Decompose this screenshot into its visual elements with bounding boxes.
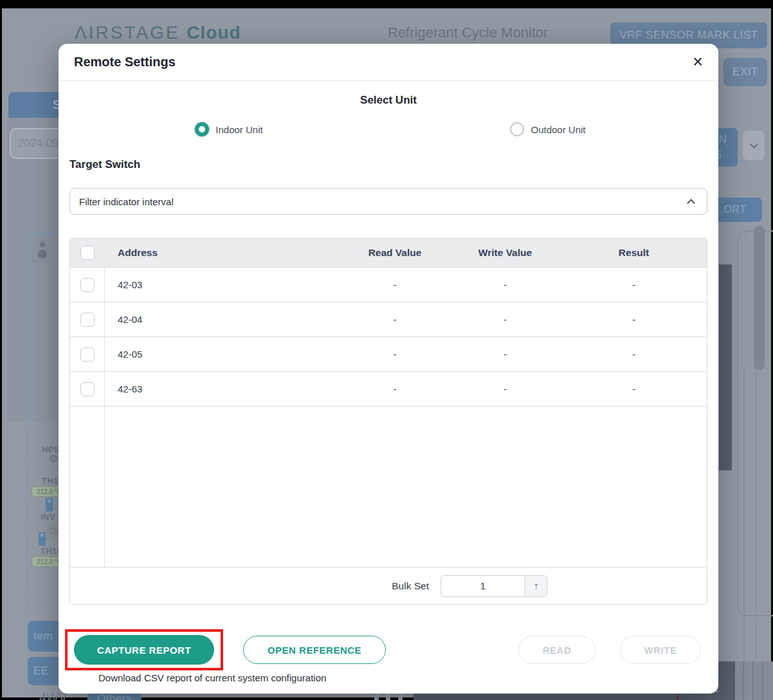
write-value-cell: - xyxy=(450,314,561,325)
dropdown-label: Filter indicator interval xyxy=(79,196,174,207)
sensor-label-inv: INV xyxy=(41,512,55,522)
dialog-actions: CAPTURE REPORT OPEN REFERENCE READ WRITE xyxy=(69,629,707,670)
read-value-cell: - xyxy=(340,383,450,394)
row-checkbox[interactable] xyxy=(80,278,95,292)
unit-icon xyxy=(32,239,52,263)
page-title: Refrigerant Cycle Monitor xyxy=(388,24,548,41)
table-footer: Bulk Set ↑ xyxy=(70,567,707,604)
table-empty-area xyxy=(70,406,707,567)
airstage-cloud-logo: ΛIRSTAGE Cloud xyxy=(75,23,241,43)
write-button[interactable]: WRITE xyxy=(620,636,701,664)
address-cell: 42-05 xyxy=(105,349,340,360)
outdoor-unit-radio[interactable]: Outdoor Unit xyxy=(510,122,585,136)
bulk-set-stepper: ↑ xyxy=(441,575,547,597)
result-cell: - xyxy=(561,383,707,394)
annotation-highlight-box: CAPTURE REPORT xyxy=(65,629,223,670)
outdoor-unit-label: Outdoor Unit xyxy=(531,124,585,135)
capture-report-caption: Download CSV report of current system co… xyxy=(98,672,707,683)
unit-radio-group: Indoor Unit Outdoor Unit xyxy=(69,122,707,136)
table-header-row: Address Read Value Write Value Result xyxy=(70,239,707,267)
result-cell: - xyxy=(561,279,707,290)
target-switch-table: Address Read Value Write Value Result 42… xyxy=(69,238,707,605)
write-value-cell: - xyxy=(450,279,561,290)
sensor-label-th1: TH1 xyxy=(42,476,59,486)
filter-indicator-interval-dropdown[interactable]: Filter indicator interval xyxy=(69,188,707,215)
column-header-address: Address xyxy=(105,247,340,259)
row-checkbox[interactable] xyxy=(80,382,95,396)
bulk-set-label: Bulk Set xyxy=(392,580,429,592)
chevron-down-icon xyxy=(750,140,758,149)
background-dropdown-button[interactable] xyxy=(743,131,765,160)
increment-arrow-icon[interactable]: ↑ xyxy=(525,576,547,596)
address-cell: 42-63 xyxy=(105,383,340,394)
dialog-header: Remote Settings × xyxy=(59,44,718,81)
row-checkbox[interactable] xyxy=(80,313,95,327)
chart-bar xyxy=(718,661,737,700)
radio-unselected-icon[interactable] xyxy=(510,122,524,136)
hps-indicator-icon xyxy=(50,455,57,463)
write-value-cell: - xyxy=(450,349,561,360)
indoor-unit-radio[interactable]: Indoor Unit xyxy=(195,122,262,136)
th10-sensor-icon xyxy=(39,532,46,546)
exit-button[interactable]: EXIT xyxy=(723,58,767,86)
column-divider xyxy=(756,370,757,690)
table-row: 42-63 - - - xyxy=(70,371,707,406)
open-reference-button[interactable]: OPEN REFERENCE xyxy=(243,636,386,664)
read-value-cell: - xyxy=(340,349,450,360)
result-cell: - xyxy=(561,314,707,325)
select-all-checkbox[interactable] xyxy=(80,246,95,260)
column-header-write-value: Write Value xyxy=(450,247,561,259)
indoor-unit-label: Indoor Unit xyxy=(215,124,262,135)
result-cell: - xyxy=(561,349,707,360)
sensor-label-hps: HPS xyxy=(42,445,60,454)
table-row: 42-03 - - - xyxy=(70,267,707,302)
radio-selected-icon[interactable] xyxy=(195,122,209,136)
table-row: 42-04 - - - xyxy=(70,302,707,336)
address-cell: 42-03 xyxy=(105,279,340,290)
logo-airstage: ΛIRSTAGE xyxy=(75,23,180,42)
remote-settings-dialog: Remote Settings × Select Unit Indoor Uni… xyxy=(59,44,718,694)
close-icon[interactable]: × xyxy=(693,53,703,71)
column-divider xyxy=(743,369,745,690)
th1-sensor-icon xyxy=(46,498,53,511)
dialog-title: Remote Settings xyxy=(74,55,176,69)
target-switch-heading: Target Switch xyxy=(69,158,707,171)
bulk-set-input[interactable] xyxy=(441,576,525,596)
read-value-cell: - xyxy=(340,279,450,290)
column-header-read-value: Read Value xyxy=(340,247,450,259)
select-unit-heading: Select Unit xyxy=(69,94,707,107)
read-button[interactable]: READ xyxy=(518,636,596,664)
chart-bar xyxy=(719,264,732,470)
bottom-table-fragment xyxy=(735,661,773,700)
column-header-result: Result xyxy=(561,247,707,259)
capture-report-button[interactable]: CAPTURE REPORT xyxy=(74,635,214,665)
table-row: 42-05 - - - xyxy=(70,336,707,371)
chart-marker xyxy=(677,694,678,700)
chevron-up-icon xyxy=(687,199,695,207)
row-checkbox[interactable] xyxy=(80,347,95,362)
app-screen: ΛIRSTAGE Cloud Refrigerant Cycle Monitor… xyxy=(2,8,771,697)
logo-cloud: Cloud xyxy=(186,23,241,42)
read-value-cell: - xyxy=(340,314,450,325)
write-value-cell: - xyxy=(450,383,561,394)
vertical-scrollbar[interactable] xyxy=(754,226,765,370)
address-cell: 42-04 xyxy=(105,314,340,325)
